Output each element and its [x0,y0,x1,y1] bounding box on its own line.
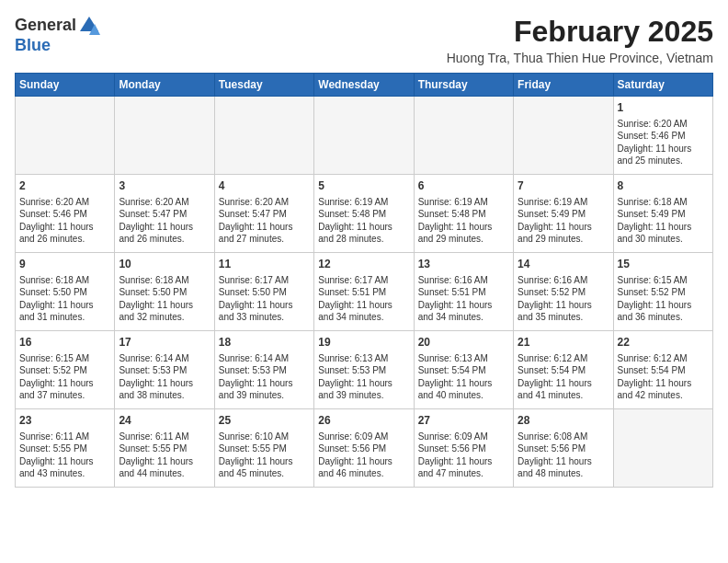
calendar-week-row: 16Sunrise: 6:15 AM Sunset: 5:52 PM Dayli… [16,331,713,409]
day-info: Sunrise: 6:18 AM Sunset: 5:49 PM Dayligh… [618,196,709,246]
weekday-header: Sunday [16,74,115,97]
weekday-header: Friday [514,74,613,97]
day-number: 2 [19,178,110,194]
calendar-day-cell [613,409,712,488]
day-number: 24 [119,413,210,429]
day-number: 5 [318,178,409,194]
day-info: Sunrise: 6:11 AM Sunset: 5:55 PM Dayligh… [19,431,110,480]
day-info: Sunrise: 6:17 AM Sunset: 5:50 PM Dayligh… [219,274,310,324]
day-number: 20 [418,335,509,350]
day-info: Sunrise: 6:20 AM Sunset: 5:47 PM Dayligh… [219,196,310,246]
calendar-day-cell [514,97,613,175]
day-number: 1 [618,100,709,116]
calendar-day-cell: 28Sunrise: 6:08 AM Sunset: 5:56 PM Dayli… [514,409,613,488]
day-number: 9 [19,257,110,272]
day-number: 3 [119,178,210,194]
day-info: Sunrise: 6:20 AM Sunset: 5:47 PM Dayligh… [119,196,210,246]
calendar-day-cell: 21Sunrise: 6:12 AM Sunset: 5:54 PM Dayli… [514,331,613,409]
day-number: 25 [219,413,310,429]
logo-icon [78,15,100,37]
calendar-day-cell: 22Sunrise: 6:12 AM Sunset: 5:54 PM Dayli… [613,331,712,409]
day-info: Sunrise: 6:14 AM Sunset: 5:53 PM Dayligh… [219,352,310,402]
logo: General Blue [15,15,100,55]
calendar-day-cell: 20Sunrise: 6:13 AM Sunset: 5:54 PM Dayli… [414,331,513,409]
calendar-day-cell: 2Sunrise: 6:20 AM Sunset: 5:46 PM Daylig… [16,175,115,253]
calendar-day-cell: 8Sunrise: 6:18 AM Sunset: 5:49 PM Daylig… [613,175,712,253]
day-number: 19 [318,335,409,350]
day-info: Sunrise: 6:20 AM Sunset: 5:46 PM Dayligh… [618,118,709,167]
calendar-day-cell: 9Sunrise: 6:18 AM Sunset: 5:50 PM Daylig… [16,253,115,331]
calendar-day-cell: 3Sunrise: 6:20 AM Sunset: 5:47 PM Daylig… [115,175,214,253]
day-info: Sunrise: 6:16 AM Sunset: 5:52 PM Dayligh… [518,274,609,324]
day-number: 14 [518,257,609,272]
day-info: Sunrise: 6:12 AM Sunset: 5:54 PM Dayligh… [618,352,709,402]
calendar-day-cell: 1Sunrise: 6:20 AM Sunset: 5:46 PM Daylig… [613,97,712,175]
day-info: Sunrise: 6:19 AM Sunset: 5:48 PM Dayligh… [418,196,509,246]
weekday-header: Wednesday [314,74,414,97]
calendar-week-row: 23Sunrise: 6:11 AM Sunset: 5:55 PM Dayli… [16,409,713,488]
calendar-day-cell: 25Sunrise: 6:10 AM Sunset: 5:55 PM Dayli… [214,409,313,488]
calendar-week-row: 9Sunrise: 6:18 AM Sunset: 5:50 PM Daylig… [16,253,713,331]
calendar-day-cell: 15Sunrise: 6:15 AM Sunset: 5:52 PM Dayli… [613,253,712,331]
day-info: Sunrise: 6:17 AM Sunset: 5:51 PM Dayligh… [318,274,409,324]
day-info: Sunrise: 6:19 AM Sunset: 5:48 PM Dayligh… [318,196,409,246]
day-info: Sunrise: 6:13 AM Sunset: 5:54 PM Dayligh… [418,352,509,402]
calendar-day-cell: 14Sunrise: 6:16 AM Sunset: 5:52 PM Dayli… [514,253,613,331]
day-info: Sunrise: 6:15 AM Sunset: 5:52 PM Dayligh… [19,352,110,402]
calendar-day-cell: 16Sunrise: 6:15 AM Sunset: 5:52 PM Dayli… [16,331,115,409]
day-number: 4 [219,178,310,194]
day-info: Sunrise: 6:09 AM Sunset: 5:56 PM Dayligh… [418,431,509,480]
day-number: 12 [318,257,409,272]
day-info: Sunrise: 6:08 AM Sunset: 5:56 PM Dayligh… [518,431,609,480]
title-block: February 2025 Huong Tra, Thua Thien Hue … [447,15,713,65]
day-number: 26 [318,413,409,429]
day-number: 11 [219,257,310,272]
calendar-day-cell [214,97,313,175]
calendar-day-cell: 5Sunrise: 6:19 AM Sunset: 5:48 PM Daylig… [314,175,414,253]
calendar-day-cell [115,97,214,175]
day-number: 18 [219,335,310,350]
day-info: Sunrise: 6:11 AM Sunset: 5:55 PM Dayligh… [119,431,210,480]
weekday-header: Tuesday [214,74,313,97]
calendar-day-cell: 13Sunrise: 6:16 AM Sunset: 5:51 PM Dayli… [414,253,513,331]
day-info: Sunrise: 6:09 AM Sunset: 5:56 PM Dayligh… [318,431,409,480]
weekday-header: Monday [115,74,214,97]
calendar-day-cell: 24Sunrise: 6:11 AM Sunset: 5:55 PM Dayli… [115,409,214,488]
day-info: Sunrise: 6:13 AM Sunset: 5:53 PM Dayligh… [318,352,409,402]
day-number: 8 [618,178,709,194]
day-number: 13 [418,257,509,272]
day-info: Sunrise: 6:18 AM Sunset: 5:50 PM Dayligh… [119,274,210,324]
day-number: 16 [19,335,110,350]
logo-general: General [15,17,76,35]
calendar-day-cell [16,97,115,175]
page-header: General Blue February 2025 Huong Tra, Th… [15,15,713,65]
calendar-day-cell: 7Sunrise: 6:19 AM Sunset: 5:49 PM Daylig… [514,175,613,253]
logo-blue: Blue [15,37,100,55]
calendar-day-cell: 12Sunrise: 6:17 AM Sunset: 5:51 PM Dayli… [314,253,414,331]
calendar-day-cell: 26Sunrise: 6:09 AM Sunset: 5:56 PM Dayli… [314,409,414,488]
day-number: 7 [518,178,609,194]
weekday-header: Thursday [414,74,513,97]
day-number: 21 [518,335,609,350]
calendar-day-cell: 18Sunrise: 6:14 AM Sunset: 5:53 PM Dayli… [214,331,313,409]
calendar-week-row: 1Sunrise: 6:20 AM Sunset: 5:46 PM Daylig… [16,97,713,175]
calendar-table: SundayMondayTuesdayWednesdayThursdayFrid… [15,73,713,488]
day-number: 17 [119,335,210,350]
weekday-header-row: SundayMondayTuesdayWednesdayThursdayFrid… [16,74,713,97]
day-info: Sunrise: 6:10 AM Sunset: 5:55 PM Dayligh… [219,431,310,480]
calendar-day-cell [314,97,414,175]
calendar-day-cell: 11Sunrise: 6:17 AM Sunset: 5:50 PM Dayli… [214,253,313,331]
day-number: 27 [418,413,509,429]
day-info: Sunrise: 6:15 AM Sunset: 5:52 PM Dayligh… [618,274,709,324]
location-subtitle: Huong Tra, Thua Thien Hue Province, Viet… [447,51,713,65]
day-info: Sunrise: 6:19 AM Sunset: 5:49 PM Dayligh… [518,196,609,246]
calendar-day-cell: 23Sunrise: 6:11 AM Sunset: 5:55 PM Dayli… [16,409,115,488]
calendar-day-cell [414,97,513,175]
day-number: 15 [618,257,709,272]
weekday-header: Saturday [613,74,712,97]
calendar-day-cell: 27Sunrise: 6:09 AM Sunset: 5:56 PM Dayli… [414,409,513,488]
month-year-title: February 2025 [447,15,713,49]
calendar-day-cell: 4Sunrise: 6:20 AM Sunset: 5:47 PM Daylig… [214,175,313,253]
day-number: 28 [518,413,609,429]
day-number: 22 [618,335,709,350]
